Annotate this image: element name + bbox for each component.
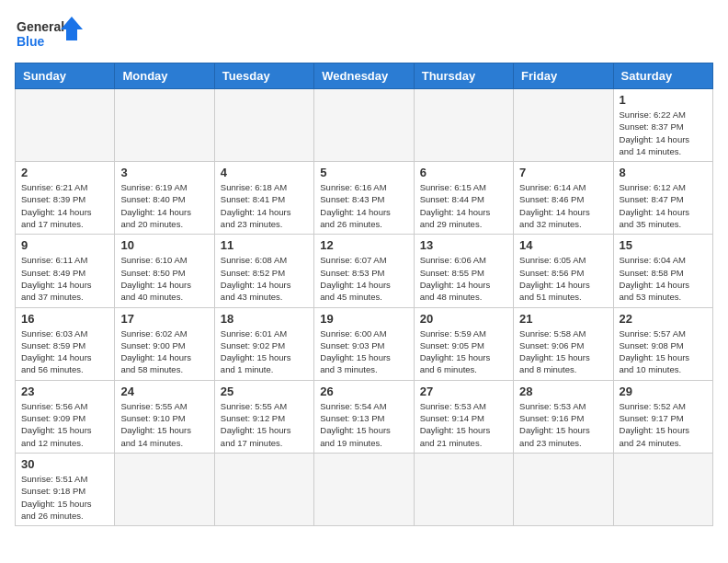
calendar-cell (314, 453, 414, 525)
calendar-cell (613, 453, 712, 525)
day-info: Sunrise: 6:14 AM Sunset: 8:46 PM Dayligh… (519, 181, 607, 230)
day-info: Sunrise: 5:59 AM Sunset: 9:05 PM Dayligh… (420, 327, 507, 376)
week-row-2: 2Sunrise: 6:21 AM Sunset: 8:39 PM Daylig… (16, 162, 713, 235)
day-number: 13 (420, 238, 507, 252)
day-number: 17 (120, 312, 208, 326)
calendar-cell: 23Sunrise: 5:56 AM Sunset: 9:09 PM Dayli… (16, 380, 115, 453)
calendar-cell (115, 453, 214, 525)
calendar-cell: 14Sunrise: 6:05 AM Sunset: 8:56 PM Dayli… (514, 235, 613, 307)
day-info: Sunrise: 6:05 AM Sunset: 8:56 PM Dayligh… (519, 254, 607, 303)
day-info: Sunrise: 6:15 AM Sunset: 8:44 PM Dayligh… (420, 181, 507, 230)
calendar-cell: 9Sunrise: 6:11 AM Sunset: 8:49 PM Daylig… (16, 235, 115, 307)
day-number: 25 (221, 385, 308, 398)
calendar-cell (16, 89, 115, 162)
day-info: Sunrise: 6:12 AM Sunset: 8:47 PM Dayligh… (620, 181, 707, 230)
day-number: 19 (320, 312, 407, 326)
calendar-cell: 28Sunrise: 5:53 AM Sunset: 9:16 PM Dayli… (514, 380, 613, 453)
day-info: Sunrise: 5:53 AM Sunset: 9:14 PM Dayligh… (420, 400, 507, 449)
calendar-cell (514, 89, 613, 162)
day-info: Sunrise: 6:16 AM Sunset: 8:43 PM Dayligh… (320, 181, 407, 230)
calendar-cell (214, 453, 313, 525)
calendar-cell (214, 89, 313, 162)
day-number: 29 (620, 385, 707, 398)
calendar-cell: 25Sunrise: 5:55 AM Sunset: 9:12 PM Dayli… (214, 380, 313, 453)
calendar-cell (514, 453, 613, 525)
calendar-cell: 26Sunrise: 5:54 AM Sunset: 9:13 PM Dayli… (314, 380, 414, 453)
week-row-3: 9Sunrise: 6:11 AM Sunset: 8:49 PM Daylig… (16, 235, 713, 307)
day-number: 26 (320, 385, 407, 398)
week-row-4: 16Sunrise: 6:03 AM Sunset: 8:59 PM Dayli… (16, 307, 713, 380)
day-header-wednesday: Wednesday (314, 63, 414, 89)
day-info: Sunrise: 5:51 AM Sunset: 9:18 PM Dayligh… (21, 473, 108, 522)
day-info: Sunrise: 5:53 AM Sunset: 9:16 PM Dayligh… (519, 400, 607, 449)
day-info: Sunrise: 6:08 AM Sunset: 8:52 PM Dayligh… (221, 254, 308, 303)
day-header-friday: Friday (514, 63, 613, 89)
logo-icon: GeneralBlue (15, 15, 88, 52)
calendar-cell: 30Sunrise: 5:51 AM Sunset: 9:18 PM Dayli… (16, 453, 115, 525)
day-info: Sunrise: 6:01 AM Sunset: 9:02 PM Dayligh… (221, 327, 308, 376)
calendar-cell: 18Sunrise: 6:01 AM Sunset: 9:02 PM Dayli… (214, 307, 313, 380)
day-info: Sunrise: 5:55 AM Sunset: 9:12 PM Dayligh… (221, 400, 308, 449)
day-header-sunday: Sunday (16, 63, 115, 89)
day-info: Sunrise: 5:57 AM Sunset: 9:08 PM Dayligh… (620, 327, 707, 376)
week-row-1: 1Sunrise: 6:22 AM Sunset: 8:37 PM Daylig… (16, 89, 713, 162)
calendar-cell (115, 89, 214, 162)
calendar-cell: 24Sunrise: 5:55 AM Sunset: 9:10 PM Dayli… (115, 380, 214, 453)
svg-text:General: General (17, 19, 64, 34)
day-number: 22 (620, 312, 707, 326)
calendar-cell (414, 89, 513, 162)
calendar-cell: 17Sunrise: 6:02 AM Sunset: 9:00 PM Dayli… (115, 307, 214, 380)
day-info: Sunrise: 6:19 AM Sunset: 8:40 PM Dayligh… (120, 181, 208, 230)
calendar-cell: 7Sunrise: 6:14 AM Sunset: 8:46 PM Daylig… (514, 162, 613, 235)
calendar-cell (414, 453, 513, 525)
calendar-cell: 5Sunrise: 6:16 AM Sunset: 8:43 PM Daylig… (314, 162, 414, 235)
calendar-cell (314, 89, 414, 162)
day-number: 20 (420, 312, 507, 326)
day-number: 15 (620, 238, 707, 252)
calendar-cell: 15Sunrise: 6:04 AM Sunset: 8:58 PM Dayli… (613, 235, 712, 307)
header: GeneralBlue (15, 15, 713, 52)
day-info: Sunrise: 6:02 AM Sunset: 9:00 PM Dayligh… (120, 327, 208, 376)
calendar-cell: 3Sunrise: 6:19 AM Sunset: 8:40 PM Daylig… (115, 162, 214, 235)
day-number: 4 (221, 166, 308, 179)
calendar-cell: 10Sunrise: 6:10 AM Sunset: 8:50 PM Dayli… (115, 235, 214, 307)
calendar-cell: 11Sunrise: 6:08 AM Sunset: 8:52 PM Dayli… (214, 235, 313, 307)
logo: GeneralBlue (15, 15, 88, 52)
calendar-cell: 2Sunrise: 6:21 AM Sunset: 8:39 PM Daylig… (16, 162, 115, 235)
day-number: 11 (221, 238, 308, 252)
day-info: Sunrise: 6:04 AM Sunset: 8:58 PM Dayligh… (620, 254, 707, 303)
day-info: Sunrise: 6:22 AM Sunset: 8:37 PM Dayligh… (620, 109, 707, 157)
svg-text:Blue: Blue (17, 34, 45, 49)
week-row-6: 30Sunrise: 5:51 AM Sunset: 9:18 PM Dayli… (16, 453, 713, 525)
day-number: 24 (120, 385, 208, 398)
calendar-cell: 12Sunrise: 6:07 AM Sunset: 8:53 PM Dayli… (314, 235, 414, 307)
day-info: Sunrise: 6:00 AM Sunset: 9:03 PM Dayligh… (320, 327, 407, 376)
day-number: 23 (21, 385, 108, 398)
day-info: Sunrise: 6:21 AM Sunset: 8:39 PM Dayligh… (21, 181, 108, 230)
day-info: Sunrise: 5:52 AM Sunset: 9:17 PM Dayligh… (620, 400, 707, 449)
day-header-saturday: Saturday (613, 63, 712, 89)
day-number: 16 (21, 312, 108, 326)
day-header-thursday: Thursday (414, 63, 513, 89)
day-header-monday: Monday (115, 63, 214, 89)
day-info: Sunrise: 5:56 AM Sunset: 9:09 PM Dayligh… (21, 400, 108, 449)
calendar-cell: 8Sunrise: 6:12 AM Sunset: 8:47 PM Daylig… (613, 162, 712, 235)
day-info: Sunrise: 6:03 AM Sunset: 8:59 PM Dayligh… (21, 327, 108, 376)
calendar-cell: 1Sunrise: 6:22 AM Sunset: 8:37 PM Daylig… (613, 89, 712, 162)
day-number: 7 (519, 166, 607, 179)
day-number: 3 (120, 166, 208, 179)
day-number: 18 (221, 312, 308, 326)
calendar-cell: 6Sunrise: 6:15 AM Sunset: 8:44 PM Daylig… (414, 162, 513, 235)
day-info: Sunrise: 5:54 AM Sunset: 9:13 PM Dayligh… (320, 400, 407, 449)
day-info: Sunrise: 6:10 AM Sunset: 8:50 PM Dayligh… (120, 254, 208, 303)
day-info: Sunrise: 5:58 AM Sunset: 9:06 PM Dayligh… (519, 327, 607, 376)
calendar-cell: 4Sunrise: 6:18 AM Sunset: 8:41 PM Daylig… (214, 162, 313, 235)
calendar-cell: 19Sunrise: 6:00 AM Sunset: 9:03 PM Dayli… (314, 307, 414, 380)
day-info: Sunrise: 5:55 AM Sunset: 9:10 PM Dayligh… (120, 400, 208, 449)
calendar-cell: 21Sunrise: 5:58 AM Sunset: 9:06 PM Dayli… (514, 307, 613, 380)
day-number: 8 (620, 166, 707, 179)
day-info: Sunrise: 6:11 AM Sunset: 8:49 PM Dayligh… (21, 254, 108, 303)
calendar-cell: 27Sunrise: 5:53 AM Sunset: 9:14 PM Dayli… (414, 380, 513, 453)
calendar-cell: 16Sunrise: 6:03 AM Sunset: 8:59 PM Dayli… (16, 307, 115, 380)
day-info: Sunrise: 6:07 AM Sunset: 8:53 PM Dayligh… (320, 254, 407, 303)
